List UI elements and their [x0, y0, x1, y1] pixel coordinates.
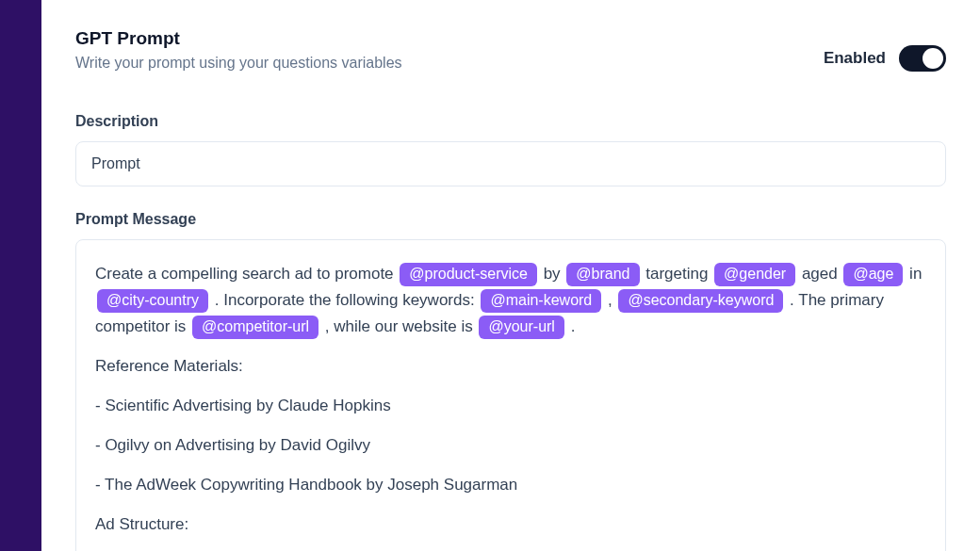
variable-chip[interactable]: @city-country [97, 289, 208, 313]
prompt-text: . [566, 317, 575, 335]
prompt-paragraph: Ad Structure: [95, 511, 926, 538]
variable-chip[interactable]: @main-keword [481, 289, 601, 313]
prompt-paragraph: Reference Materials: [95, 353, 926, 380]
description-input[interactable]: Prompt [75, 141, 946, 186]
prompt-text: targeting [642, 265, 713, 283]
prompt-paragraph: Create a compelling search ad to promote… [95, 261, 926, 340]
prompt-text: - The AdWeek Copywriting Handbook by Jos… [95, 476, 517, 494]
prompt-text: Ad Structure: [95, 515, 188, 533]
description-section: Description Prompt [75, 113, 946, 186]
header-row: GPT Prompt Write your prompt using your … [75, 28, 946, 72]
enabled-toggle-group: Enabled [824, 45, 946, 72]
prompt-text: , while our website is [320, 317, 477, 335]
description-label: Description [75, 113, 946, 130]
prompt-paragraph: - The AdWeek Copywriting Handbook by Jos… [95, 472, 926, 498]
variable-chip[interactable]: @age [843, 263, 903, 286]
prompt-label: Prompt Message [75, 211, 946, 228]
variable-chip[interactable]: @your-url [479, 316, 564, 339]
prompt-message-input[interactable]: Create a compelling search ad to promote… [75, 239, 946, 551]
enabled-toggle-label: Enabled [824, 49, 886, 68]
page-title: GPT Prompt [75, 28, 402, 49]
prompt-paragraph: - Scientific Advertising by Claude Hopki… [95, 393, 926, 419]
prompt-text: . Incorporate the following keywords: [210, 291, 479, 309]
prompt-paragraph: - Ogilvy on Advertising by David Ogilvy [95, 432, 926, 459]
prompt-text: - Scientific Advertising by Claude Hopki… [95, 397, 391, 414]
title-block: GPT Prompt Write your prompt using your … [75, 28, 402, 72]
page-subtitle: Write your prompt using your questions v… [75, 55, 402, 72]
prompt-text: Create a compelling search ad to promote [95, 265, 398, 283]
description-input-value: Prompt [91, 155, 140, 172]
prompt-text: - Ogilvy on Advertising by David Ogilvy [95, 436, 370, 454]
variable-chip[interactable]: @gender [714, 263, 795, 286]
variable-chip[interactable]: @brand [566, 263, 639, 286]
enabled-toggle[interactable] [899, 45, 946, 72]
prompt-text: aged [797, 265, 841, 283]
prompt-text: Reference Materials: [95, 357, 243, 375]
prompt-text: in [905, 265, 922, 283]
main-panel: GPT Prompt Write your prompt using your … [41, 0, 980, 551]
variable-chip[interactable]: @competitor-url [192, 316, 318, 339]
variable-chip[interactable]: @product-service [400, 263, 537, 286]
prompt-section: Prompt Message Create a compelling searc… [75, 211, 946, 551]
prompt-text: , [603, 291, 616, 309]
sidebar-strip [0, 0, 41, 551]
variable-chip[interactable]: @secondary-keyword [618, 289, 783, 313]
toggle-knob [923, 48, 943, 69]
prompt-text: by [539, 265, 564, 283]
